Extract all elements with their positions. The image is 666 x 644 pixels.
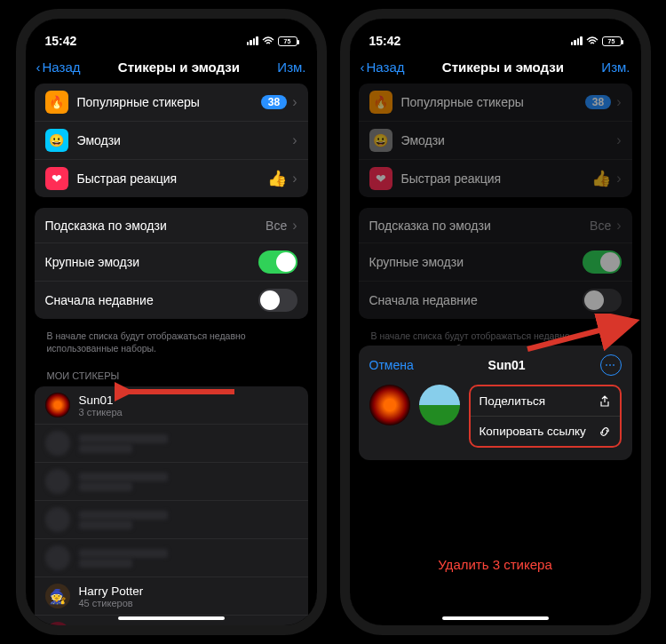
chevron-right-icon: › [292, 132, 297, 148]
status-right: 75 [247, 36, 297, 46]
settings-group-1: 🔥 Популярные стикеры 38 › 😀 Эмодзи › ❤ Б… [35, 83, 308, 197]
toggle-recent-first[interactable] [258, 289, 297, 312]
action-menu: Поделиться Копировать ссылку [469, 385, 622, 448]
pack-item-blurred[interactable] [35, 425, 308, 463]
reaction-value: 👍 [591, 169, 611, 188]
back-button[interactable]: ‹ Назад [36, 60, 81, 75]
heart-icon: ❤ [45, 167, 68, 190]
wifi-icon [586, 36, 599, 45]
back-label: Назад [43, 60, 81, 75]
my-stickers-list: Sun01 3 стикера 🧙 Harry Potter 45 стикер… [35, 386, 308, 625]
sticker-pack-menu: Отмена Sun01 ⋯ Поделиться Копировать ссы… [359, 346, 632, 460]
share-button[interactable]: Поделиться [471, 386, 620, 417]
chevron-right-icon: › [292, 218, 297, 234]
back-label: Назад [367, 60, 405, 75]
pack-item-blurred[interactable] [35, 463, 308, 501]
chevron-right-icon: › [616, 94, 621, 110]
section-header-my-stickers: МОИ СТИКЕРЫ [35, 362, 308, 386]
row-recent-first: Сначала недавние [35, 282, 308, 319]
row-label: Крупные эмодзи [45, 255, 258, 269]
row-emoji[interactable]: 😀 Эмодзи › [35, 122, 308, 160]
chevron-left-icon: ‹ [361, 60, 365, 75]
toggle-recent-first[interactable] [583, 289, 622, 312]
copy-link-button[interactable]: Копировать ссылку [471, 417, 620, 446]
row-label: Подсказка по эмодзи [45, 219, 266, 233]
nav-bar: ‹ Назад Стикеры и эмодзи Изм. [26, 54, 317, 83]
pack-subtitle: 3 стикера [79, 407, 297, 417]
screen-right: 15:42 75 ‹ Назад Стикеры и эмодзи Изм. 🔥… [350, 19, 641, 625]
row-label: Популярные стикеры [77, 95, 261, 109]
row-quick-reaction[interactable]: ❤ Быстрая реакция 👍 › [35, 160, 308, 197]
pack-title: Harry Potter [79, 584, 297, 598]
toggle-large-emoji[interactable] [258, 250, 297, 274]
heart-icon: ❤ [369, 167, 392, 190]
pack-title: Hot Cherry [79, 623, 297, 625]
row-label: Сначала недавние [45, 293, 258, 307]
notch [429, 19, 562, 40]
row-emoji-suggest[interactable]: Подсказка по эмодзи Все › [359, 208, 632, 243]
screen-left: 15:42 75 ‹ Назад Стикеры и эмодзи Изм. 🔥… [26, 19, 317, 625]
sticker-preview-2[interactable] [419, 385, 460, 425]
share-icon [599, 395, 611, 408]
pack-item-blurred[interactable] [35, 539, 308, 577]
emoji-icon: 😀 [45, 129, 68, 152]
settings-group-2: Подсказка по эмодзи Все › Крупные эмодзи… [359, 208, 632, 319]
chevron-right-icon: › [292, 94, 297, 110]
row-emoji-suggest[interactable]: Подсказка по эмодзи Все › [35, 208, 308, 243]
signal-icon [247, 36, 258, 45]
row-popular-stickers[interactable]: 🔥 Популярные стикеры 38 › [35, 83, 308, 122]
edit-button[interactable]: Изм. [277, 60, 305, 75]
row-popular-stickers[interactable]: 🔥 Популярные стикеры 38 › [359, 83, 632, 122]
row-label: Крупные эмодзи [369, 255, 583, 269]
row-label: Быстрая реакция [401, 171, 592, 186]
pack-item-blurred[interactable] [35, 501, 308, 539]
phone-right: 15:42 75 ‹ Назад Стикеры и эмодзи Изм. 🔥… [340, 9, 651, 635]
row-label: Эмодзи [401, 133, 612, 147]
chevron-left-icon: ‹ [36, 60, 41, 75]
pack-thumb [45, 393, 70, 417]
row-label: Подсказка по эмодзи [369, 219, 591, 233]
row-recent-first: Сначала недавние [359, 282, 632, 319]
menu-title: Sun01 [414, 358, 600, 372]
chevron-right-icon: › [616, 218, 621, 234]
flame-icon: 🔥 [45, 91, 68, 114]
row-quick-reaction[interactable]: ❤ Быстрая реакция 👍 › [359, 160, 632, 197]
cancel-button[interactable]: Отмена [369, 358, 414, 372]
row-emoji[interactable]: 😀 Эмодзи › [359, 122, 632, 160]
battery-icon: 75 [602, 36, 622, 46]
pack-thumb: 🧙 [45, 584, 70, 608]
action-label: Копировать ссылку [480, 425, 586, 438]
more-button[interactable]: ⋯ [600, 354, 622, 376]
back-button[interactable]: ‹ Назад [361, 60, 405, 75]
row-label: Эмодзи [77, 133, 288, 147]
status-right: 75 [571, 36, 622, 46]
delete-stickers-button[interactable]: Удалить 3 стикера [350, 557, 641, 572]
pack-thumb: 🍒 [45, 622, 70, 625]
settings-group-2: Подсказка по эмодзи Все › Крупные эмодзи… [35, 208, 308, 319]
nav-bar: ‹ Назад Стикеры и эмодзи Изм. [350, 54, 641, 83]
pack-sun01[interactable]: Sun01 3 стикера [35, 386, 308, 425]
badge-count: 38 [585, 95, 611, 109]
sticker-preview-1[interactable] [369, 385, 410, 425]
hint-text: В начале списка будут отображаться недав… [35, 330, 308, 362]
row-label: Быстрая реакция [77, 171, 268, 186]
home-indicator[interactable] [118, 616, 225, 620]
chevron-right-icon: › [616, 132, 621, 148]
battery-icon: 75 [278, 36, 297, 46]
pack-harry-potter[interactable]: 🧙 Harry Potter 45 стикеров [35, 577, 308, 616]
action-label: Поделиться [480, 394, 546, 408]
pack-subtitle: 45 стикеров [79, 598, 297, 608]
phone-left: 15:42 75 ‹ Назад Стикеры и эмодзи Изм. 🔥… [16, 9, 327, 635]
edit-button[interactable]: Изм. [601, 60, 630, 75]
row-label: Популярные стикеры [401, 95, 585, 109]
notch [105, 19, 238, 40]
page-title: Стикеры и эмодзи [404, 60, 601, 75]
status-time: 15:42 [45, 34, 77, 48]
row-value: Все [590, 219, 611, 233]
home-indicator[interactable] [442, 616, 549, 620]
settings-group-1: 🔥 Популярные стикеры 38 › 😀 Эмодзи › ❤ Б… [359, 83, 632, 197]
row-large-emoji: Крупные эмодзи [359, 243, 632, 282]
page-title: Стикеры и эмодзи [80, 60, 277, 75]
toggle-large-emoji[interactable] [583, 250, 622, 274]
link-icon [599, 425, 611, 438]
